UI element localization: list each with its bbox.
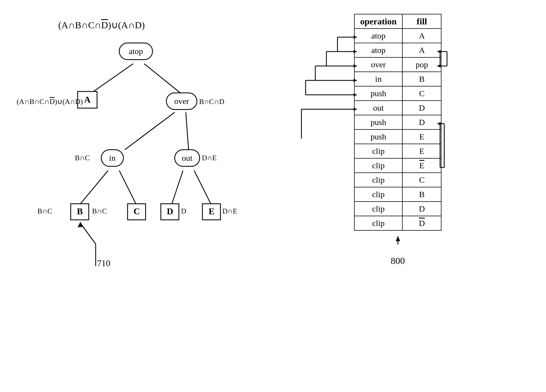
- table-row: clipE: [354, 144, 441, 158]
- svg-line-2: [125, 112, 175, 150]
- table-row: clipD: [354, 202, 441, 216]
- table-row: atopA: [354, 43, 441, 57]
- table-row: overpop: [354, 57, 441, 72]
- svg-text:B∩C∩D: B∩C∩D: [199, 98, 224, 106]
- fill-cell: A: [402, 29, 441, 43]
- operation-cell: out: [354, 101, 403, 115]
- svg-line-5: [119, 170, 136, 204]
- operation-cell: atop: [354, 29, 403, 43]
- svg-text:E: E: [209, 206, 214, 216]
- table-row: clipD: [354, 216, 441, 230]
- svg-line-0: [92, 64, 133, 93]
- operation-cell: clip: [354, 216, 403, 230]
- svg-text:(A∩B∩C∩D)∪(A∩D): (A∩B∩C∩D)∪(A∩D): [17, 98, 83, 106]
- svg-text:B∩C: B∩C: [92, 207, 107, 215]
- svg-text:B: B: [77, 206, 83, 216]
- svg-text:atop: atop: [129, 47, 143, 56]
- operation-cell: clip: [354, 158, 403, 173]
- svg-line-3: [186, 112, 189, 150]
- operation-cell: push: [354, 115, 403, 129]
- table-row: pushD: [354, 115, 441, 129]
- operation-cell: clip: [354, 144, 403, 158]
- fill-cell: E: [402, 158, 441, 173]
- table-label: 800: [391, 256, 405, 266]
- col-header-fill: fill: [402, 14, 441, 29]
- fill-cell: C: [402, 173, 441, 187]
- table-row: atopA: [354, 29, 441, 43]
- fill-cell: A: [402, 43, 441, 57]
- fill-cell: E: [402, 129, 441, 144]
- svg-text:D: D: [167, 206, 173, 216]
- svg-marker-74: [396, 236, 400, 241]
- svg-text:B∩C: B∩C: [37, 207, 52, 215]
- table-row: clipB: [354, 187, 441, 202]
- operation-cell: clip: [354, 202, 403, 216]
- operation-cell: push: [354, 86, 403, 101]
- fill-cell: C: [402, 86, 441, 101]
- svg-text:D∩E: D∩E: [202, 154, 217, 162]
- table-row: clipE: [354, 158, 441, 173]
- fill-cell: D: [402, 202, 441, 216]
- svg-marker-35: [78, 222, 83, 227]
- svg-text:D: D: [181, 207, 186, 215]
- svg-text:A: A: [84, 95, 90, 105]
- svg-text:C: C: [133, 206, 140, 216]
- fill-cell: D: [402, 216, 441, 230]
- table-row: outD: [354, 101, 441, 115]
- fill-cell: E: [402, 144, 441, 158]
- svg-text:710: 710: [97, 258, 110, 268]
- svg-line-6: [172, 170, 183, 204]
- svg-text:in: in: [109, 153, 115, 162]
- svg-line-4: [80, 170, 108, 204]
- table-row: clipC: [354, 173, 441, 187]
- operations-table: operation fill atopAatopAoverpopinBpushC…: [354, 14, 442, 231]
- svg-text:D∩E: D∩E: [222, 207, 237, 215]
- operation-cell: clip: [354, 173, 403, 187]
- svg-line-1: [144, 64, 180, 93]
- operation-cell: over: [354, 57, 403, 72]
- table-row: pushC: [354, 86, 441, 101]
- fill-cell: D: [402, 101, 441, 115]
- fill-cell: B: [402, 72, 441, 86]
- operation-cell: atop: [354, 43, 403, 57]
- fill-cell: B: [402, 187, 441, 202]
- svg-text:B∩C: B∩C: [75, 154, 90, 162]
- fill-cell: D: [402, 115, 441, 129]
- operation-cell: clip: [354, 187, 403, 202]
- operation-cell: in: [354, 72, 403, 86]
- col-header-operation: operation: [354, 14, 403, 29]
- table-section: operation fill atopAatopAoverpopinBpushC…: [266, 11, 529, 266]
- svg-text:over: over: [174, 96, 189, 106]
- svg-text:out: out: [182, 153, 193, 162]
- table-row: pushE: [354, 129, 441, 144]
- svg-line-7: [194, 170, 211, 204]
- operation-cell: push: [354, 129, 403, 144]
- table-row: inB: [354, 72, 441, 86]
- fill-cell: pop: [402, 57, 441, 72]
